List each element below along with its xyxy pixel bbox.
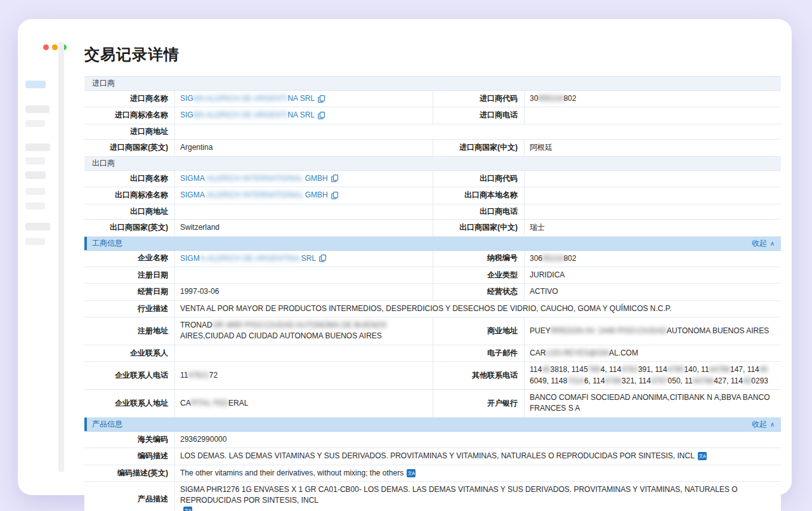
table-row: 企业联系人电子邮件CARLOS.REYES@GMAL.COM (84, 345, 781, 362)
sidebar-skeleton-item (25, 105, 49, 113)
translate-icon[interactable]: 文A (183, 507, 192, 511)
chevron-up-icon: ∧ (768, 240, 775, 247)
company-link[interactable]: SIGMA-ALDRICH INTERNATIONAL GMBH (180, 190, 328, 201)
field-value: SIGMA ALDRICH DE ARGENTINA SRL (175, 91, 433, 107)
field-value: 114453818, 11457894, 1144782391, 1144785… (525, 362, 781, 389)
field-label: 经营日期 (84, 284, 175, 300)
field-value: CAPITAL FEDERAL (175, 390, 433, 417)
field-value: Switzerland (175, 220, 433, 236)
field-value (175, 204, 433, 220)
copy-icon[interactable] (331, 192, 339, 199)
field-label: 企业联系人地址 (84, 390, 175, 417)
field-label: 进口商国家(中文) (433, 140, 525, 156)
table-row: 产品描述SIGMA PHR1276 1G ENVASES X 1 GR CA01… (84, 482, 781, 511)
field-value: 阿根廷 (525, 140, 781, 156)
field-label: 出口商本地名称 (433, 187, 525, 203)
redacted-text: 47621 (188, 370, 209, 381)
field-label: 出口商国家(英文) (84, 220, 175, 236)
window-control-dot[interactable] (52, 44, 58, 50)
field-label: 出口商地址 (84, 204, 175, 220)
field-label: 出口商代码 (433, 171, 525, 187)
redacted-text: LOS.REYES@GM (546, 348, 609, 359)
field-label: 注册地址 (84, 317, 175, 345)
field-label: 企业联系人电话 (84, 362, 175, 389)
field-label: 进口商名称 (84, 91, 175, 107)
field-label: 出口商名称 (84, 171, 175, 187)
field-label: 进口商标准名称 (84, 107, 175, 123)
field-value: 1997-03-06 (175, 284, 433, 300)
table-row: 企业联系人电话114762172其他联系电话114453818, 1145789… (84, 362, 781, 390)
table-row: 进口商国家(英文)Argentina进口商国家(中文)阿根廷 (84, 140, 781, 156)
table-row: 出口商地址出口商电话 (84, 204, 781, 220)
field-label: 开户银行 (433, 390, 525, 417)
table-row: 经营日期1997-03-06经营状态ACTIVO (84, 284, 781, 300)
sidebar (25, 57, 57, 489)
redacted-text: 7314 (567, 376, 584, 387)
field-label: 进口商国家(英文) (84, 140, 175, 156)
field-value (175, 345, 433, 361)
redacted-text: 789 (588, 364, 601, 375)
field-value: BANCO COMAFI SOCIEDAD ANONIMA,CITIBANK N… (525, 390, 781, 417)
table-row: 进口商地址 (84, 124, 781, 140)
redacted-text: A-ALDRICH DE ARGENTINA (200, 254, 299, 263)
redacted-text: 4782 (621, 364, 638, 375)
field-label: 产品描述 (84, 482, 175, 511)
copy-icon[interactable] (331, 175, 339, 182)
field-value: SIGMA PHR1276 1G ENVASES X 1 GR CA01-CB0… (175, 482, 781, 511)
field-value (175, 267, 433, 283)
field-label: 企业名称 (84, 251, 175, 267)
table-row: 进口商标准名称SIGMA ALDRICH DE ARGENTINA SRL进口商… (84, 107, 781, 124)
redacted-text: -ALDRICH INTERNATIONAL (205, 190, 303, 199)
field-value: 114762172 (175, 362, 433, 389)
field-label: 电子邮件 (433, 345, 525, 361)
field-label: 编码描述 (84, 448, 175, 464)
field-value: 瑞士 (525, 220, 781, 236)
redacted-text: 45 (542, 364, 550, 375)
table-row: 出口商国家(英文)Switzerland出口商国家(中文)瑞士 (84, 220, 781, 236)
field-value (525, 107, 781, 123)
table-row: 行业描述VENTA AL POR MAYOR DE PRODUCTOS INTE… (84, 301, 781, 317)
field-label: 出口商标准名称 (84, 187, 175, 203)
section-header-business-info: 工商信息收起 ∧ (84, 237, 781, 251)
sidebar-skeleton-item (25, 223, 50, 230)
window-control-dot[interactable] (43, 44, 49, 50)
page-title: 交易记录详情 (84, 44, 781, 65)
collapse-button[interactable]: 收起 ∧ (752, 418, 775, 431)
copy-icon[interactable] (318, 112, 325, 119)
field-label: 进口商代码 (433, 91, 525, 107)
field-label: 出口商电话 (433, 204, 525, 220)
field-value: LOS DEMAS. LAS DEMAS VITAMINAS Y SUS DER… (175, 448, 781, 464)
app-window: 交易记录详情 进口商进口商名称SIGMA ALDRICH DE ARGENTIN… (18, 19, 792, 495)
main-content: 交易记录详情 进口商进口商名称SIGMA ALDRICH DE ARGENTIN… (84, 44, 781, 511)
field-value: PUEYRREDON AV. 2446 PISO:CIUDAD AUTONOMA… (525, 317, 781, 345)
field-value (175, 124, 781, 140)
collapse-button[interactable]: 收起 ∧ (752, 237, 775, 250)
field-label: 出口商国家(中文) (433, 220, 525, 236)
field-label: 编码描述(英文) (84, 465, 175, 481)
section-header-label: 产品信息 (92, 420, 122, 428)
field-label: 企业类型 (433, 267, 525, 283)
field-value: SIGMA ALDRICH DE ARGENTINA SRL (175, 107, 433, 123)
copy-icon[interactable] (318, 95, 325, 103)
redacted-text: 4785 (667, 364, 684, 375)
translate-icon[interactable]: 文A (407, 469, 416, 477)
field-label: 企业联系人 (84, 345, 175, 361)
copy-icon[interactable] (319, 255, 327, 262)
field-label: 其他联系电话 (433, 362, 525, 389)
company-link[interactable]: SIGMA ALDRICH DE ARGENTINA SRL (180, 93, 315, 104)
field-label: 纳税编号 (433, 251, 525, 267)
translate-icon[interactable]: 文A (698, 452, 707, 460)
redacted-text: MA ALDRICH DE ARGENTI (193, 94, 288, 103)
company-link[interactable]: SIGMA ALDRICH DE ARGENTINA SRL (180, 110, 315, 121)
field-label: 进口商电话 (433, 107, 525, 123)
sidebar-skeleton-item (25, 171, 46, 179)
field-value: SIGMA-ALDRICH INTERNATIONAL GMBH (175, 171, 433, 187)
company-link[interactable]: SIGMA-ALDRICH INTERNATIONAL GMBH (180, 173, 328, 184)
field-value: 30655218802 (525, 251, 781, 267)
field-value: 29362990000 (175, 432, 781, 448)
company-link[interactable]: SIGMA-ALDRICH DE ARGENTINA SRL (180, 253, 316, 264)
field-value: Argentina (175, 140, 433, 156)
sidebar-skeleton-item (25, 81, 46, 88)
redacted-text: 44786 (709, 364, 730, 375)
field-value: 30655218802 (525, 91, 781, 107)
